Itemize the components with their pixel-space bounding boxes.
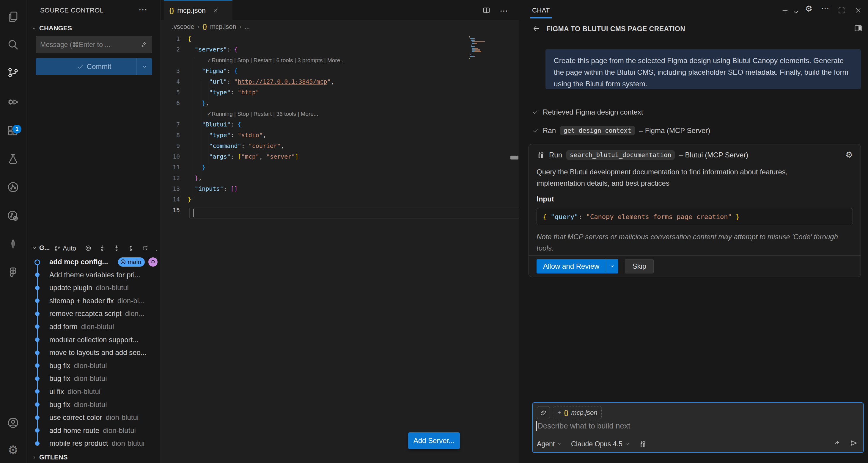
graph-branch-picker[interactable]: Auto xyxy=(54,244,76,252)
gitlens-section-header[interactable]: GITLENS xyxy=(32,454,67,461)
figma-icon[interactable] xyxy=(0,259,26,286)
code-line[interactable]: 12 }, xyxy=(161,173,519,183)
step-completed[interactable]: Ran get_design_context – Figma (MCP Serv… xyxy=(532,126,710,135)
close-tab-icon[interactable] xyxy=(213,7,219,13)
fetch-icon[interactable] xyxy=(99,244,106,252)
line-number: 13 xyxy=(161,185,188,192)
settings-gear-icon[interactable]: ⚙ xyxy=(0,437,26,463)
commit-row[interactable]: update plugindion-blutui xyxy=(27,281,160,294)
breadcrumb[interactable]: .vscode › {} mcp.json › ... xyxy=(161,20,519,33)
push-icon[interactable] xyxy=(127,244,134,252)
maximize-icon[interactable] xyxy=(838,6,845,14)
code-line[interactable]: 2 "servers": { xyxy=(161,44,519,55)
code-line[interactable]: 8 "type": "stdio", xyxy=(161,130,519,140)
add-server-button[interactable]: Add Server... xyxy=(408,432,460,449)
accounts-icon[interactable] xyxy=(0,410,26,436)
attach-paperclip-icon[interactable] xyxy=(537,406,550,419)
chevron-down-icon[interactable] xyxy=(792,8,800,16)
close-panel-icon[interactable] xyxy=(854,6,862,14)
commit-row[interactable]: add formdion-blutui xyxy=(27,320,160,333)
new-chat-icon[interactable] xyxy=(781,6,789,14)
commit-author: dion-blutui xyxy=(105,413,138,422)
code-line[interactable]: 15 xyxy=(161,205,519,215)
commit-row[interactable]: use correct colordion-blutui xyxy=(27,411,160,424)
open-chat-editor-icon[interactable] xyxy=(854,24,863,33)
send-icon[interactable] xyxy=(849,439,858,447)
commit-row[interactable]: add mcp config...main xyxy=(27,255,160,268)
graph-overflow-icon[interactable]: · xyxy=(155,247,158,254)
chevron-down-icon xyxy=(610,264,615,269)
tab-mcp-json[interactable]: {} mcp.json xyxy=(164,0,232,20)
commit-row[interactable]: ui fixdion-blutui xyxy=(27,385,160,398)
code-line[interactable]: 4 "url": "http://127.0.0.1:3845/mcp", xyxy=(161,76,519,87)
refresh-icon[interactable] xyxy=(142,244,149,252)
code-line[interactable]: 5 "type": "http" xyxy=(161,87,519,97)
search-icon[interactable] xyxy=(0,32,26,58)
code-line[interactable]: 13 "inputs": [] xyxy=(161,183,519,194)
scrollbar-thumb[interactable] xyxy=(510,155,519,160)
chat-tab-underline xyxy=(530,17,552,19)
minimap[interactable] xyxy=(469,36,510,61)
target-icon[interactable] xyxy=(85,244,92,252)
context-attachment-chip[interactable]: + {} mcp.json xyxy=(553,406,602,419)
source-control-icon[interactable] xyxy=(0,59,26,86)
code-line[interactable]: 9 "command": "courier", xyxy=(161,140,519,151)
commit-row[interactable]: add home routedion-blutui xyxy=(27,424,160,437)
commit-row[interactable]: mobile res productdion-blutui xyxy=(27,437,160,450)
commit-row[interactable]: remove recaptca scriptdion... xyxy=(27,307,160,320)
codelens[interactable]: ✓Running | Stop | Restart | 6 tools | 3 … xyxy=(161,55,519,65)
sidebar-more-actions[interactable]: ⋯ xyxy=(138,4,148,15)
graph-section-header[interactable]: G... xyxy=(32,244,50,252)
commit-message: add home route xyxy=(49,426,99,435)
commit-row[interactable]: bug fixdion-blutui xyxy=(27,359,160,372)
code-line[interactable]: 11 } xyxy=(161,162,519,173)
code-line[interactable]: 7 "Blutui": { xyxy=(161,119,519,130)
pull-icon[interactable] xyxy=(113,244,120,252)
commit-dropdown[interactable] xyxy=(136,58,152,75)
allow-and-review-button[interactable]: Allow and Review xyxy=(536,259,618,273)
commit-row[interactable]: bug fixdion-blutui xyxy=(27,398,160,411)
skip-button[interactable]: Skip xyxy=(625,259,654,273)
code-line[interactable]: 10 "args": ["mcp", "server"] xyxy=(161,151,519,162)
changes-section-header[interactable]: CHANGES xyxy=(32,24,72,32)
code-line[interactable]: 6 }, xyxy=(161,97,519,108)
tool-config-gear-icon[interactable]: ⚙ xyxy=(845,151,853,159)
sparkle-icon[interactable] xyxy=(140,41,148,49)
chat-input-box[interactable]: + {} mcp.json Describe what to build nex… xyxy=(532,402,864,453)
line-number: 10 xyxy=(161,153,188,160)
tool-input-code[interactable]: { "query": "Canopy elements forms page c… xyxy=(536,208,853,225)
editor-more-actions-icon[interactable]: ⋯ xyxy=(500,6,508,16)
tab-chat[interactable]: CHAT xyxy=(532,6,550,14)
commit-row[interactable]: bug fixdion-blutui xyxy=(27,372,160,385)
chat-settings-gear-icon[interactable]: ⚙ xyxy=(805,5,812,13)
branch-badge[interactable]: main xyxy=(118,257,145,267)
commit-message-input[interactable]: Message (⌘Enter to ... xyxy=(36,36,152,53)
mongodb-icon[interactable] xyxy=(0,231,26,257)
chat-more-actions-icon[interactable]: ⋯ xyxy=(821,4,829,13)
testing-icon[interactable] xyxy=(0,146,26,172)
codelens[interactable]: ✓Running | Stop | Restart | 36 tools | M… xyxy=(161,108,519,119)
code-line[interactable]: 3 "Figma": { xyxy=(161,65,519,76)
code-line[interactable]: 1{ xyxy=(161,33,519,44)
remote-graph-at-icon[interactable] xyxy=(0,203,26,229)
line-number: 3 xyxy=(161,67,188,75)
commit-row[interactable]: Add theme variables for pri... xyxy=(27,268,160,282)
extensions-icon[interactable]: 1 xyxy=(0,118,26,144)
code-line[interactable]: 14} xyxy=(161,194,519,205)
commit-row[interactable]: move to layouts and add seo... xyxy=(27,346,160,359)
commit-row[interactable]: modular collection support... xyxy=(27,333,160,346)
remote-graph-icon[interactable] xyxy=(0,174,26,200)
back-arrow-icon[interactable] xyxy=(532,24,540,33)
commit-row[interactable]: sitemap + header fixdion-bl... xyxy=(27,294,160,308)
redirect-arrow-icon[interactable] xyxy=(833,439,841,447)
files-icon[interactable] xyxy=(0,4,26,30)
run-debug-icon[interactable] xyxy=(0,89,26,115)
mode-picker[interactable]: Agent xyxy=(537,440,555,448)
commit-button[interactable]: Commit xyxy=(36,58,152,75)
allow-dropdown[interactable] xyxy=(606,259,618,273)
model-picker[interactable]: Claude Opus 4.5 xyxy=(571,440,622,448)
cloud-badge-icon[interactable] xyxy=(148,257,158,267)
step-completed[interactable]: Retrieved Figma design context xyxy=(532,108,643,116)
split-editor-icon[interactable] xyxy=(483,6,491,14)
tools-picker-icon[interactable] xyxy=(639,440,647,448)
